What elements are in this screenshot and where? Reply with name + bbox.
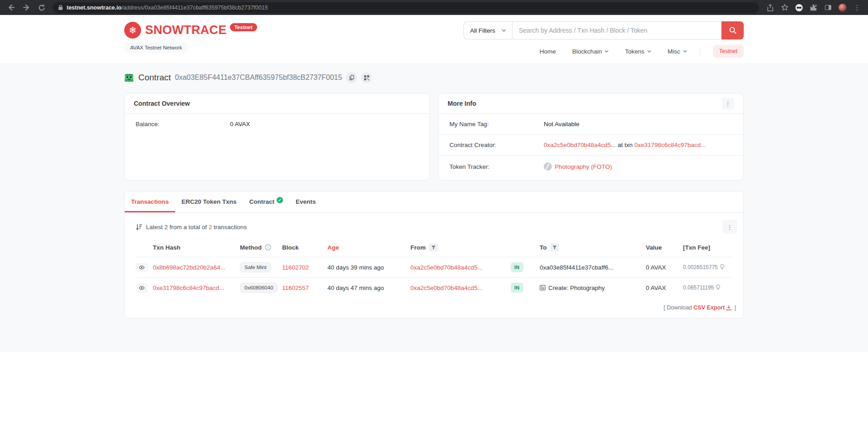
forward-icon[interactable]	[20, 2, 33, 13]
brand-logo[interactable]: ❄ SNOWTRACE Testnet	[124, 22, 257, 39]
creator-address-link[interactable]: 0xa2c5e0bd70b48a4cd5...	[544, 142, 616, 148]
col-to: To	[540, 244, 547, 251]
col-txn-fee: [Txn Fee]	[683, 244, 732, 251]
url-text: testnet.snowtrace.io/address/0xa03e85f44…	[67, 5, 268, 11]
qr-code-button[interactable]	[361, 72, 372, 83]
nav-blockchain[interactable]: Blockchain	[572, 48, 609, 55]
download-icon	[726, 305, 731, 310]
verified-check-icon: ✓	[277, 197, 283, 203]
info-icon[interactable]	[265, 244, 271, 250]
tab-erc20-token-txns[interactable]: ERC20 Token Txns	[175, 191, 243, 212]
balance-label: Balance:	[136, 121, 230, 128]
more-info-title: More Info	[448, 100, 476, 107]
search-input[interactable]	[512, 21, 722, 39]
contract-create-icon	[540, 285, 546, 290]
extensions-puzzle-icon[interactable]	[807, 2, 820, 13]
csv-export-link[interactable]: CSV Export	[693, 304, 725, 311]
txn-hash-link[interactable]: 0x8b698ac72bd20b2a64...	[153, 264, 225, 271]
to-contract-name: Create: Photography	[548, 285, 605, 291]
name-tag-value: Not Available	[544, 121, 580, 128]
method-badge: Safe Mint	[240, 262, 271, 272]
col-age[interactable]: Age	[327, 244, 410, 251]
chevron-down-icon	[502, 29, 506, 32]
address-bar[interactable]: testnet.snowtrace.io/address/0xa03e85f44…	[53, 2, 759, 13]
nav-testnet-button[interactable]: Testnet	[713, 45, 744, 58]
transaction-count: 2	[209, 224, 212, 231]
more-info-card: More Info ⋮ My Name Tag: Not Available C…	[438, 93, 744, 181]
brand-testnet-badge: Testnet	[230, 23, 257, 31]
footer-area	[0, 352, 868, 427]
contract-creator-label: Contract Creator:	[449, 142, 544, 148]
reload-icon[interactable]	[35, 2, 48, 13]
search-button[interactable]	[722, 21, 744, 39]
value-cell: 0 AVAX	[646, 285, 683, 291]
profile-avatar[interactable]	[836, 2, 849, 13]
tab-events[interactable]: Events	[289, 191, 322, 212]
direction-badge: IN	[511, 262, 523, 272]
chevron-down-icon	[647, 50, 651, 53]
side-panel-icon[interactable]	[822, 2, 834, 13]
direction-badge: IN	[511, 283, 523, 293]
block-link[interactable]: 11602557	[282, 285, 309, 291]
col-from: From	[410, 244, 426, 251]
from-address-link[interactable]: 0xa2c5e0bd70b48a4cd5...	[410, 285, 483, 291]
site-header: ❄ SNOWTRACE Testnet AVAX Testnet Network…	[0, 15, 868, 63]
nav-divider	[700, 47, 700, 56]
copy-address-button[interactable]	[346, 72, 357, 83]
col-txn-hash: Txn Hash	[153, 244, 240, 251]
preview-eye-button[interactable]	[136, 283, 148, 293]
transactions-panel: Transactions ERC20 Token Txns Contract ✓…	[124, 191, 744, 319]
txn-fee-value: 0.065711195	[683, 285, 714, 291]
nav-misc[interactable]: Misc	[668, 48, 687, 55]
to-filter-icon[interactable]	[550, 243, 559, 251]
tab-contract[interactable]: Contract ✓	[243, 191, 290, 212]
method-badge: 0x60806040	[240, 283, 278, 293]
back-icon[interactable]	[5, 2, 17, 13]
browser-toolbar: testnet.snowtrace.io/address/0xa03e85f44…	[0, 0, 868, 15]
col-block: Block	[282, 244, 327, 251]
from-address-link[interactable]: 0xa2c5e0bd70b48a4cd5...	[410, 264, 483, 271]
col-method: Method	[240, 244, 262, 251]
share-icon[interactable]	[764, 2, 776, 13]
bookmark-star-icon[interactable]	[778, 2, 791, 13]
overview-title: Contract Overview	[134, 100, 190, 107]
name-tag-label: My Name Tag:	[449, 121, 544, 128]
search-filter-select[interactable]: All Filters	[463, 21, 512, 39]
qr-code-icon	[364, 75, 369, 80]
tab-bar: Transactions ERC20 Token Txns Contract ✓…	[125, 191, 743, 213]
transactions-summary: Latest 2 from a total of 2 transactions	[136, 224, 247, 231]
value-cell: 0 AVAX	[646, 264, 683, 271]
from-filter-icon[interactable]	[429, 243, 438, 251]
creator-at-txn-text: at txn	[616, 142, 634, 148]
brand-wordmark: SNOWTRACE	[145, 23, 227, 37]
page-title: Contract 0xa03E85F4411e37CBAff635975bf38…	[124, 69, 744, 87]
gas-lightbulb-icon[interactable]	[720, 264, 725, 270]
browser-menu-icon[interactable]: ⋮	[851, 2, 863, 13]
transactions-menu-button[interactable]: ⋮	[722, 220, 737, 234]
token-tracker-label: Token Tracker:	[449, 163, 544, 170]
transactions-table: Txn Hash Method Block Age From To	[136, 240, 732, 298]
nav-home[interactable]: Home	[540, 48, 556, 55]
to-address: 0xa03e85f4411e37cbaff6...	[540, 264, 613, 271]
contract-identicon	[124, 73, 134, 83]
table-row: 0x8b698ac72bd20b2a64... Safe Mint 116027…	[136, 257, 732, 277]
chevron-down-icon	[605, 50, 609, 53]
copy-icon	[349, 75, 354, 80]
balance-value: 0 AVAX	[230, 121, 250, 128]
creator-txn-link[interactable]: 0xe31798c6c84c97bacd...	[634, 142, 706, 148]
table-header-row: Txn Hash Method Block Age From To	[136, 240, 732, 257]
contract-overview-card: Contract Overview Balance: 0 AVAX	[124, 93, 430, 181]
extension-goggles-icon[interactable]	[793, 2, 805, 13]
tab-transactions[interactable]: Transactions	[125, 191, 175, 212]
txn-fee-value: 0.0026515775	[683, 264, 718, 270]
table-row: 0xe31798c6c84c97bacd... 0x60806040 11602…	[136, 277, 732, 298]
more-info-menu-button[interactable]: ⋮	[722, 98, 734, 109]
network-label: AVAX Testnet Network	[124, 43, 188, 53]
txn-hash-link[interactable]: 0xe31798c6c84c97bacd...	[153, 285, 224, 291]
token-tracker-link[interactable]: Photography (FOTO)	[555, 163, 612, 170]
lock-icon	[58, 5, 63, 10]
block-link[interactable]: 11602702	[282, 264, 309, 271]
preview-eye-button[interactable]	[136, 263, 148, 272]
gas-lightbulb-icon[interactable]	[716, 285, 721, 291]
nav-tokens[interactable]: Tokens	[625, 48, 651, 55]
